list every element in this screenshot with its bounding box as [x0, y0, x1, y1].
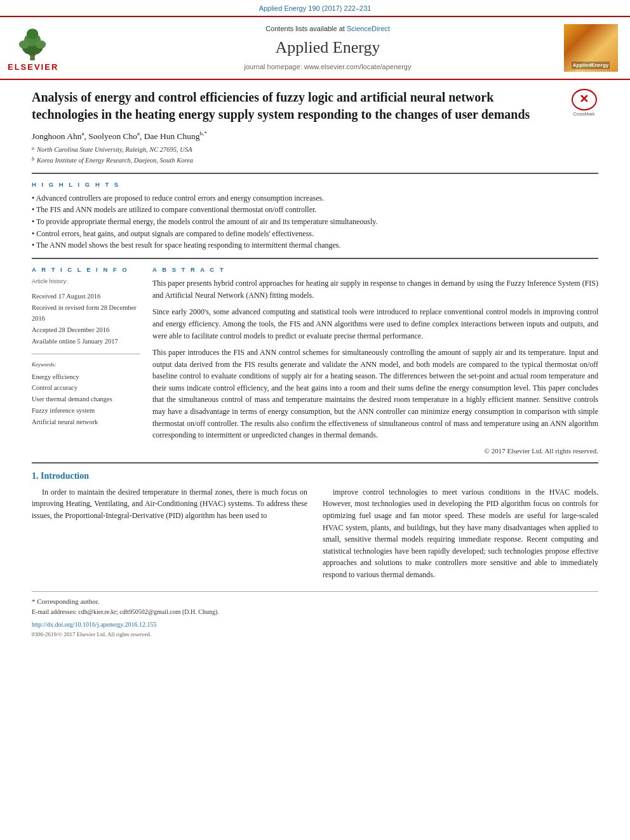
doi-link[interactable]: http://dx.doi.org/10.1016/j.apenergy.201… — [32, 620, 598, 629]
svg-point-3 — [27, 29, 38, 40]
svg-point-4 — [19, 41, 30, 49]
crossmark-section[interactable]: ✕ CrossMark — [570, 89, 598, 117]
abstract-text: This paper presents hybrid control appro… — [152, 277, 598, 441]
received-revised-date: Received in revised form 28 December 201… — [32, 302, 140, 325]
applied-energy-logo-section: AppliedEnergy — [559, 22, 622, 73]
svg-point-5 — [36, 41, 46, 49]
email-addresses: cdh@kier.re.kr; cdh950502@gmail.com (D.H… — [78, 608, 218, 615]
elsevier-text: ELSEVIER — [8, 62, 58, 73]
highlights-list: Advanced controllers are proposed to red… — [32, 192, 598, 251]
highlight-item: The FIS and ANN models are utilized to c… — [32, 204, 598, 216]
footnote-email: E-mail addresses: cdh@kier.re.kr; cdh950… — [32, 608, 598, 617]
author-daehun: Dae Hun Chung — [144, 131, 200, 140]
keywords-label: Keywords: — [32, 361, 140, 369]
author-soolyeon: Soolyeon Cho — [88, 131, 137, 140]
issn-line: 0306-2619/© 2017 Elsevier Ltd. All right… — [32, 630, 598, 639]
divider-after-affiliations — [32, 173, 598, 174]
author-jonghoon: Jonghoon Ahn — [32, 131, 81, 140]
keyword-item: Artificial neural network — [32, 417, 140, 428]
available-date: Available online 5 January 2017 — [32, 336, 140, 347]
received-date: Received 17 August 2016 — [32, 291, 140, 302]
section-number: 1. Introduction — [32, 470, 598, 483]
authors-line: Jonghoon Ahna, Soolyeon Choa, Dae Hun Ch… — [32, 130, 598, 142]
intro-col-left: In order to maintain the desired tempera… — [32, 486, 307, 581]
introduction-section: 1. Introduction In order to maintain the… — [32, 470, 598, 580]
affiliation-b: b Korea Institute of Energy Research, Da… — [32, 156, 598, 166]
article-title: Analysis of energy and control efficienc… — [32, 89, 570, 123]
abstract-para-3: This paper introduces the FIS and ANN co… — [152, 347, 598, 441]
sciencedirect-name: ScienceDirect — [347, 25, 390, 32]
highlight-item: The ANN model shows the best result for … — [32, 239, 598, 251]
keywords-list: Energy efficiency Control accuracy User … — [32, 371, 140, 428]
highlight-item: To provide appropriate thermal energy, t… — [32, 216, 598, 228]
divider-after-abstract — [32, 462, 598, 463]
journal-title: Applied Energy — [97, 36, 559, 59]
article-info-label: A R T I C L E I N F O — [32, 265, 140, 274]
keyword-item: User thermal demand changes — [32, 394, 140, 405]
page-wrapper: Applied Energy 190 (2017) 222–231 ELSEVI… — [0, 0, 630, 840]
sciencedirect-link[interactable]: Contents lists available at ScienceDirec… — [97, 24, 559, 34]
copyright-line: © 2017 Elsevier Ltd. All rights reserved… — [152, 446, 598, 456]
top-bar: Applied Energy 190 (2017) 222–231 — [0, 0, 630, 16]
highlights-section: H I G H L I G H T S Advanced controllers… — [32, 180, 598, 251]
article-history-label: Article history: — [32, 277, 140, 286]
journal-header: ELSEVIER Contents lists available at Sci… — [0, 16, 630, 79]
crossmark-label: CrossMark — [573, 111, 595, 117]
keyword-item: Control accuracy — [32, 382, 140, 394]
article-dates: Received 17 August 2016 Received in revi… — [32, 291, 140, 347]
applied-energy-logo: AppliedEnergy — [564, 24, 618, 72]
journal-title-section: Contents lists available at ScienceDirec… — [97, 22, 559, 73]
main-content: Analysis of energy and control efficienc… — [0, 80, 630, 648]
highlights-label: H I G H L I G H T S — [32, 180, 598, 189]
elsevier-logo: ELSEVIER — [8, 22, 58, 73]
abstract-label: A B S T R A C T — [152, 265, 598, 274]
affiliation-a: a North Carolina State University, Ralei… — [32, 145, 598, 156]
journal-homepage: journal homepage: www.elsevier.com/locat… — [97, 62, 559, 72]
intro-col-right: improve control technologies to meet var… — [323, 486, 598, 581]
email-label: E-mail addresses: — [32, 608, 77, 615]
elsevier-tree-icon — [8, 22, 58, 60]
article-title-section: Analysis of energy and control efficienc… — [32, 89, 598, 123]
divider-after-highlights — [32, 258, 598, 259]
footnote-corresponding: * Corresponding author. — [32, 597, 598, 606]
keywords-section: Keywords: Energy efficiency Control accu… — [32, 361, 140, 428]
affiliations: a North Carolina State University, Ralei… — [32, 145, 598, 166]
crossmark-icon: ✕ — [572, 89, 597, 110]
applied-energy-logo-text: AppliedEnergy — [572, 62, 610, 69]
article-info-column: A R T I C L E I N F O Article history: R… — [32, 265, 140, 456]
highlight-item: Control errors, heat gains, and output s… — [32, 228, 598, 240]
footer-section: * Corresponding author. E-mail addresses… — [32, 591, 598, 639]
divider-in-col — [32, 354, 140, 354]
article-info-abstract: A R T I C L E I N F O Article history: R… — [32, 265, 598, 456]
intro-para-1: In order to maintain the desired tempera… — [32, 486, 307, 522]
abstract-para-2: Since early 2000's, some advanced comput… — [152, 306, 598, 342]
svg-rect-6 — [30, 55, 36, 56]
journal-reference: Applied Energy 190 (2017) 222–231 — [259, 4, 372, 12]
introduction-columns: In order to maintain the desired tempera… — [32, 486, 598, 581]
intro-para-2: improve control technologies to meet var… — [323, 486, 598, 581]
keyword-item: Fuzzy inference system — [32, 405, 140, 417]
accepted-date: Accepted 28 December 2016 — [32, 324, 140, 336]
abstract-para-1: This paper presents hybrid control appro… — [152, 277, 598, 301]
keyword-item: Energy efficiency — [32, 371, 140, 383]
abstract-column: A B S T R A C T This paper presents hybr… — [152, 265, 598, 456]
highlight-item: Advanced controllers are proposed to red… — [32, 192, 598, 204]
elsevier-logo-section: ELSEVIER — [8, 22, 97, 73]
